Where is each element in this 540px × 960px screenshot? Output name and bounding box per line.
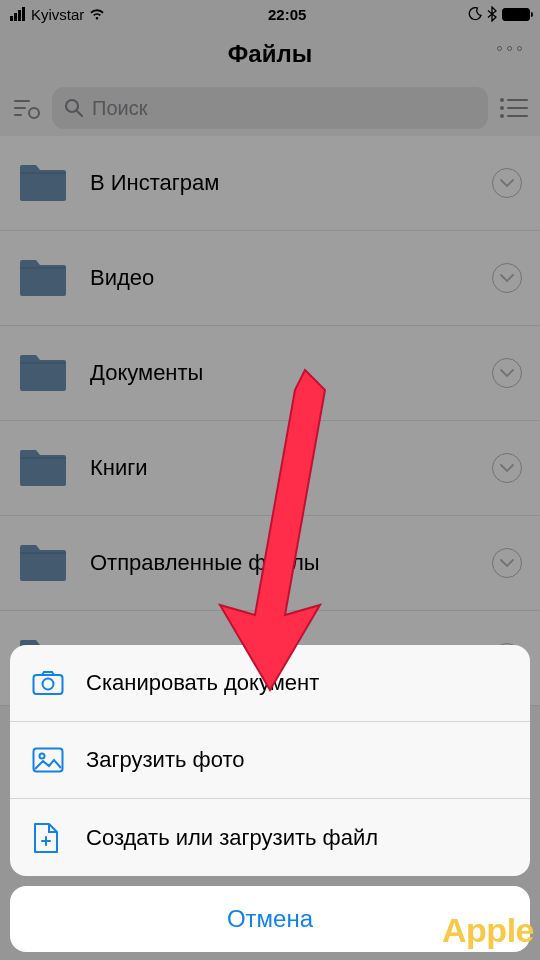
svg-point-6: [43, 679, 54, 690]
svg-point-8: [40, 754, 45, 759]
action-sheet: Сканировать документ Загрузить фото Созд…: [10, 645, 530, 952]
svg-rect-7: [34, 749, 63, 772]
cancel-label: Отмена: [227, 905, 313, 933]
sheet-label: Загрузить фото: [86, 747, 244, 773]
sheet-create-upload-file[interactable]: Создать или загрузить файл: [10, 799, 530, 876]
sheet-label: Сканировать документ: [86, 670, 319, 696]
cancel-button[interactable]: Отмена: [10, 886, 530, 952]
photo-icon: [32, 747, 68, 773]
camera-icon: [32, 670, 68, 696]
sheet-upload-photo[interactable]: Загрузить фото: [10, 722, 530, 799]
sheet-scan-document[interactable]: Сканировать документ: [10, 645, 530, 722]
file-plus-icon: [32, 822, 68, 854]
sheet-label: Создать или загрузить файл: [86, 825, 378, 851]
